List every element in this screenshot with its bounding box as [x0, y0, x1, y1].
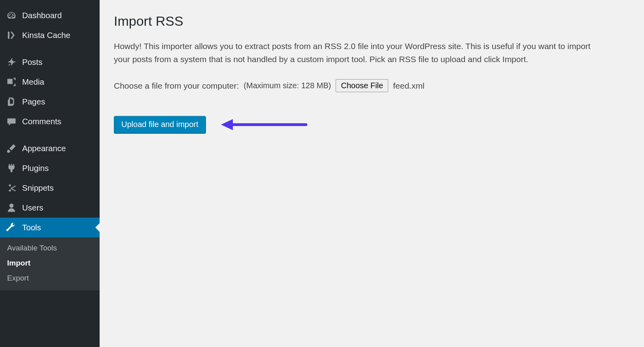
sidebar-item-label: Kinsta Cache [22, 30, 70, 41]
submenu-item-label: Export [7, 274, 29, 282]
submenu-item-export[interactable]: Export [0, 271, 100, 286]
media-icon [6, 76, 17, 88]
sidebar-item-users[interactable]: Users [0, 198, 100, 218]
pages-icon [6, 96, 17, 108]
choose-file-button[interactable]: Choose File [336, 79, 388, 92]
sidebar-item-label: Comments [22, 116, 61, 127]
sidebar-item-posts[interactable]: Posts [0, 52, 100, 72]
page-title: Import RSS [114, 13, 632, 29]
submenu-item-label: Import [7, 259, 30, 267]
sidebar-item-label: Tools [22, 222, 41, 233]
sidebar-submenu-tools: Available Tools Import Export [0, 237, 100, 290]
menu-separator [0, 131, 100, 138]
sidebar-item-tools[interactable]: Tools [0, 218, 100, 237]
brush-icon [6, 142, 17, 154]
admin-sidebar: Dashboard Kinsta Cache Posts Media Pages… [0, 0, 100, 347]
sidebar-item-dashboard[interactable]: Dashboard [0, 6, 100, 25]
sidebar-item-appearance[interactable]: Appearance [0, 138, 100, 158]
main-content: Import RSS Howdy! This importer allows y… [100, 0, 644, 347]
upload-import-button[interactable]: Upload file and import [114, 116, 206, 133]
sidebar-item-label: Snippets [22, 183, 54, 193]
comments-icon [6, 116, 17, 127]
sidebar-item-snippets[interactable]: Snippets [0, 178, 100, 198]
pin-icon [6, 56, 17, 68]
sidebar-item-label: Pages [22, 97, 45, 107]
sidebar-item-media[interactable]: Media [0, 72, 100, 92]
file-choose-row: Choose a file from your computer: (Maxim… [114, 79, 632, 92]
choose-label: Choose a file from your computer: [114, 81, 239, 91]
annotation-arrow-icon [221, 117, 308, 133]
scissors-icon [6, 182, 17, 194]
selected-file-name: feed.xml [393, 81, 424, 91]
user-icon [6, 202, 17, 214]
action-row: Upload file and import [114, 116, 632, 133]
kinsta-icon [6, 29, 17, 41]
max-size-label: (Maximum size: 128 MB) [244, 81, 331, 90]
submenu-item-import[interactable]: Import [0, 256, 100, 271]
sidebar-item-kinsta-cache[interactable]: Kinsta Cache [0, 25, 100, 45]
submenu-item-available-tools[interactable]: Available Tools [0, 241, 100, 256]
sidebar-item-label: Appearance [22, 143, 66, 154]
sidebar-item-plugins[interactable]: Plugins [0, 158, 100, 178]
sidebar-item-label: Users [22, 203, 43, 213]
sidebar-item-comments[interactable]: Comments [0, 112, 100, 131]
svg-marker-1 [221, 119, 233, 130]
dashboard-icon [6, 9, 17, 21]
wrench-icon [6, 222, 17, 233]
sidebar-item-label: Media [22, 77, 44, 87]
sidebar-item-label: Posts [22, 57, 42, 68]
sidebar-item-pages[interactable]: Pages [0, 92, 100, 112]
sidebar-item-label: Plugins [22, 163, 49, 174]
sidebar-item-label: Dashboard [22, 10, 62, 21]
submenu-item-label: Available Tools [7, 244, 57, 252]
plug-icon [6, 162, 17, 174]
menu-separator [0, 45, 100, 52]
intro-text: Howdy! This importer allows you to extra… [114, 40, 600, 66]
